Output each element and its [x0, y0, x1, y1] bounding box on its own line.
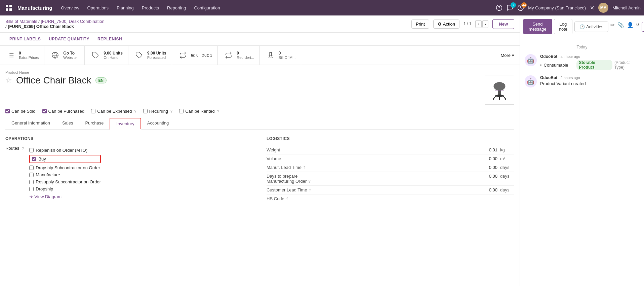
arrow-right-icon: ➜: [29, 194, 33, 199]
activities-button[interactable]: 🕐 Activities: [574, 22, 608, 32]
logistics-volume: Volume 0.00 m³: [267, 154, 514, 163]
logistics-section: LOGISTICS Weight 0.01 kg Volume 0.00 m³: [267, 136, 514, 203]
svg-rect-2: [6, 8, 8, 11]
nav-planning[interactable]: Planning: [113, 4, 137, 12]
reorder-value: 0: [237, 51, 254, 56]
app-icon[interactable]: [3, 2, 14, 13]
content-area: Bills of Materials / [FURN_7800] Desk Co…: [0, 15, 520, 286]
route-dropship-sub-checkbox[interactable]: [29, 166, 34, 170]
tab-accounting[interactable]: Accounting: [141, 118, 175, 130]
nav-operations[interactable]: Operations: [84, 4, 112, 12]
days-prepare-unit: days: [497, 174, 514, 179]
print-button[interactable]: Print: [411, 20, 429, 29]
action-button[interactable]: ⚙ Action: [433, 20, 459, 29]
stat-bom[interactable]: 0 Bill Of M...: [260, 46, 301, 65]
route-buy-checkbox[interactable]: [32, 157, 36, 161]
stat-on-hand[interactable]: 9.00 Units On Hand: [85, 46, 128, 65]
route-manufacture-label: Manufacture: [36, 172, 60, 177]
chat-text-2: Product Variant created: [540, 81, 586, 86]
route-dropship-checkbox[interactable]: [29, 187, 34, 191]
tab-sales[interactable]: Sales: [56, 118, 79, 130]
chat-message-2: Product Variant created: [540, 81, 586, 86]
chat-time-2: · 2 hours ago: [558, 76, 580, 80]
route-manufacture-checkbox[interactable]: [29, 173, 34, 177]
more-chevron-icon: ▾: [512, 53, 514, 58]
more-label: More: [500, 53, 511, 58]
customer-lead-value: 0.00: [471, 187, 497, 192]
reorder-icon: [223, 50, 234, 61]
view-diagram-link[interactable]: ➜ View Diagram: [29, 194, 101, 199]
routes-help-icon: ?: [22, 146, 24, 150]
update-quantity-button[interactable]: UPDATE QUANTITY: [45, 35, 93, 43]
product-name-row: ☆ Office Chair Black EN: [5, 75, 107, 86]
breadcrumb-desk[interactable]: [FURN_7800] Desk Combination: [41, 19, 105, 24]
breadcrumb: Bills of Materials / [FURN_7800] Desk Co…: [5, 19, 411, 29]
breadcrumb-bom[interactable]: Bills of Materials: [5, 19, 37, 24]
chat-content-1: OdooBot · an hour ago • Consumable → Sto…: [540, 54, 639, 70]
svg-rect-1: [9, 5, 12, 7]
replenish-button[interactable]: REPLENISH: [93, 35, 126, 43]
can-be-sold-checkbox[interactable]: Can be Sold: [5, 109, 36, 114]
follow-button[interactable]: Follow: [642, 22, 644, 32]
route-resupply-sub-checkbox[interactable]: [29, 180, 34, 184]
stat-reorder[interactable]: 0 Reorderi...: [218, 46, 259, 65]
stat-bar: 0 Extra Prices Go To Website: [0, 46, 520, 65]
stat-extra-prices[interactable]: 0 Extra Prices: [0, 46, 44, 65]
new-button[interactable]: New: [492, 19, 514, 29]
days-prepare-value: 0.00: [471, 174, 497, 179]
go-to-website-label: Go To: [63, 51, 77, 56]
lang-badge[interactable]: EN: [95, 77, 107, 83]
can-be-rented-checkbox[interactable]: Can be Rented?: [179, 109, 219, 114]
tab-general-information[interactable]: General Information: [5, 118, 56, 130]
breadcrumb-bar: Bills of Materials / [FURN_7800] Desk Co…: [0, 15, 520, 33]
paperclip-icon[interactable]: 📎: [617, 22, 624, 32]
print-labels-button[interactable]: PRINT LABELS: [5, 35, 45, 43]
chatter-panel: Send message Log note 🕐 Activities ✏ 📎 👤…: [520, 15, 644, 286]
tab-inventory[interactable]: Inventory: [110, 118, 141, 130]
stat-in-out[interactable]: In: 0 Out: 1: [172, 46, 218, 65]
nav-configuration[interactable]: Configuration: [191, 4, 223, 12]
route-replenish-mto-checkbox[interactable]: [29, 148, 34, 152]
globe-icon: [50, 50, 61, 61]
chatter-icons: ✏ 📎 👤 0 Follow: [610, 22, 644, 32]
logistics-title: LOGISTICS: [267, 136, 514, 141]
close-session-icon[interactable]: ✕: [590, 5, 594, 11]
days-prepare-label: Days to prepareManufacturing Order ?: [267, 174, 471, 184]
stat-more[interactable]: More ▾: [495, 46, 520, 65]
stat-go-to-website[interactable]: Go To Website: [44, 46, 85, 65]
svg-point-26: [499, 99, 500, 100]
prev-button[interactable]: ‹: [475, 20, 481, 28]
nav-overview[interactable]: Overview: [57, 4, 82, 12]
support-icon[interactable]: [496, 4, 502, 11]
pencil-icon[interactable]: ✏: [610, 22, 615, 32]
chat-icon[interactable]: 7: [507, 4, 513, 11]
routes-list: Replenish on Order (MTO) Buy Dropship Su…: [29, 146, 101, 199]
nav-arrows: ‹ ›: [475, 20, 488, 28]
bom-value: 0: [279, 51, 296, 56]
chat-badge: 7: [511, 2, 516, 8]
activity-icon[interactable]: 44: [517, 4, 524, 11]
send-message-button[interactable]: Send message: [523, 19, 552, 34]
svg-rect-27: [495, 90, 504, 91]
change-type: (Product Type): [614, 60, 639, 70]
change-to-chip[interactable]: Storable Product: [576, 60, 612, 70]
next-button[interactable]: ›: [482, 20, 488, 28]
weight-unit: kg: [497, 147, 514, 152]
tab-purchase[interactable]: Purchase: [79, 118, 110, 130]
logistics-customer-lead: Customer Lead Time ? 0.00 days: [267, 186, 514, 194]
nav-reporting[interactable]: Reporting: [164, 4, 189, 12]
user-avatar[interactable]: MA: [598, 3, 608, 13]
recurring-checkbox[interactable]: Recurring?: [143, 109, 172, 114]
nav-products[interactable]: Products: [138, 4, 162, 12]
favorite-star-icon[interactable]: ☆: [5, 76, 12, 85]
followers-icon[interactable]: 👤: [627, 22, 634, 32]
page-number: 1 / 1: [464, 22, 471, 26]
stat-forecasted[interactable]: 9.00 Units Forecasted: [128, 46, 172, 65]
log-note-button[interactable]: Log note: [554, 19, 572, 34]
can-be-purchased-checkbox[interactable]: Can be Purchased: [42, 109, 85, 114]
logistics-weight: Weight 0.01 kg: [267, 146, 514, 154]
product-image: [485, 75, 514, 105]
can-be-expensed-checkbox[interactable]: Can be Expensed?: [91, 109, 136, 114]
customer-lead-label: Customer Lead Time ?: [267, 187, 471, 192]
route-resupply-sub-label: Resupply Subcontractor on Order: [36, 179, 101, 184]
